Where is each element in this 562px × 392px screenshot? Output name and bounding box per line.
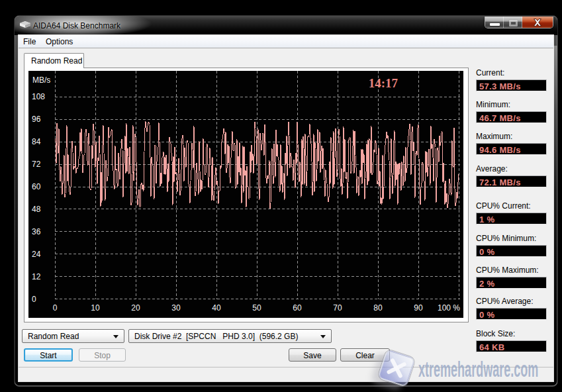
svg-text:36: 36: [32, 227, 41, 236]
svg-text:20: 20: [131, 303, 140, 313]
svg-text:14:17: 14:17: [369, 76, 398, 90]
svg-text:80: 80: [373, 303, 383, 313]
svg-text:60: 60: [293, 303, 302, 313]
svg-text:90: 90: [414, 303, 423, 313]
svg-text:48: 48: [32, 205, 41, 214]
svg-text:96: 96: [32, 115, 41, 124]
svg-text:100 %: 100 %: [438, 303, 460, 313]
svg-text:40: 40: [212, 303, 221, 313]
svg-text:108: 108: [32, 92, 45, 101]
svg-text:MB/s: MB/s: [32, 75, 50, 85]
svg-text:24: 24: [32, 250, 41, 259]
svg-text:0: 0: [53, 303, 58, 313]
svg-text:12: 12: [32, 272, 41, 281]
svg-text:50: 50: [252, 303, 261, 313]
svg-text:84: 84: [32, 137, 41, 146]
svg-text:10: 10: [91, 303, 100, 313]
svg-text:60: 60: [32, 182, 41, 191]
svg-text:72: 72: [32, 160, 41, 169]
svg-text:0: 0: [32, 295, 36, 304]
svg-text:70: 70: [333, 303, 342, 313]
svg-text:30: 30: [171, 303, 181, 313]
